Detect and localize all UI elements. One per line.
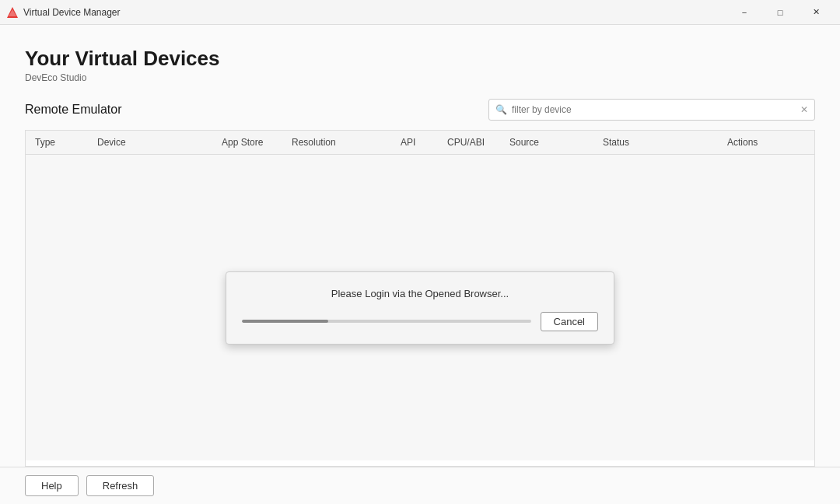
table-body: Please Login via the Opened Browser... C…: [26, 155, 814, 460]
table-header: Type Device App Store Resolution API CPU…: [26, 131, 814, 155]
col-header-cpuabi: CPU/ABI: [438, 137, 500, 148]
search-input[interactable]: [512, 104, 800, 115]
col-header-actions: Actions: [718, 137, 796, 148]
login-dialog: Please Login via the Opened Browser... C…: [226, 271, 614, 345]
search-icon: 🔍: [495, 104, 507, 115]
col-header-type: Type: [26, 137, 88, 148]
progress-bar-track: [242, 320, 531, 323]
progress-bar-fill: [242, 320, 328, 323]
modal-footer: Cancel: [242, 312, 598, 331]
section-header: Remote Emulator 🔍 ✕: [25, 99, 815, 121]
col-header-source: Source: [500, 137, 593, 148]
cancel-button[interactable]: Cancel: [541, 312, 598, 331]
maximize-button[interactable]: □: [762, 0, 798, 25]
col-header-status: Status: [593, 137, 718, 148]
col-header-device: Device: [88, 137, 212, 148]
clear-search-icon[interactable]: ✕: [800, 104, 808, 115]
title-bar-controls: − □ ✕: [726, 0, 834, 25]
section-title: Remote Emulator: [25, 103, 122, 117]
search-box: 🔍 ✕: [488, 99, 815, 121]
close-button[interactable]: ✕: [798, 0, 834, 25]
page-subtitle: DevEco Studio: [25, 72, 815, 83]
col-header-api: API: [391, 137, 438, 148]
modal-overlay: Please Login via the Opened Browser... C…: [26, 155, 814, 460]
title-bar: Virtual Device Manager − □ ✕: [0, 0, 840, 25]
main-content: Your Virtual Devices DevEco Studio Remot…: [0, 25, 840, 467]
footer: Help Refresh: [0, 467, 840, 504]
modal-message: Please Login via the Opened Browser...: [242, 288, 598, 299]
minimize-button[interactable]: −: [726, 0, 762, 25]
title-bar-text: Virtual Device Manager: [23, 7, 726, 18]
app-logo: [6, 6, 19, 19]
refresh-button[interactable]: Refresh: [86, 475, 155, 496]
device-table: Type Device App Store Resolution API CPU…: [25, 130, 815, 467]
col-header-appstore: App Store: [212, 137, 282, 148]
help-button[interactable]: Help: [25, 475, 79, 496]
page-title: Your Virtual Devices: [25, 47, 815, 71]
col-header-resolution: Resolution: [282, 137, 391, 148]
